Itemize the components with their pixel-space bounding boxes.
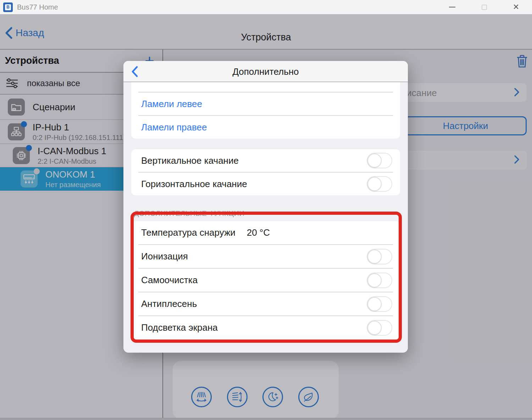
self-clean-row: Самоочистка: [131, 269, 400, 292]
anti-mold-row: Антиплесень: [131, 292, 400, 315]
functions-card: Температура снаружи 20 °C Ионизация Само…: [131, 221, 400, 339]
modal-title: Дополнительно: [123, 66, 408, 77]
close-icon: ✕: [513, 3, 519, 11]
modal-content: Ламели левее Ламели правее Вертикальное …: [123, 82, 408, 352]
modal-header: Дополнительно: [123, 61, 408, 82]
additional-settings-modal: Дополнительно Ламели левее Ламели правее…: [123, 61, 408, 353]
scrolled-row-stub: [131, 82, 400, 92]
functions-section-header: ДОПОЛНИТЕЛЬНЫЕ ФУНКЦИИ: [134, 209, 408, 218]
outside-temperature-value: 20 °C: [247, 227, 270, 238]
titlebar: B Bus77 Home ✕: [0, 0, 532, 14]
vertical-swing-toggle[interactable]: [367, 153, 392, 168]
self-clean-toggle[interactable]: [367, 273, 392, 288]
outside-temperature-row: Температура снаружи 20 °C: [131, 221, 400, 244]
toggle-knob: [367, 297, 382, 311]
app-title: Bus77 Home: [17, 3, 58, 11]
toggle-knob: [367, 153, 382, 168]
ionization-row: Ионизация: [131, 245, 400, 268]
horizontal-swing-row: Горизонтальное качание: [131, 173, 400, 195]
horizontal-swing-toggle[interactable]: [367, 176, 392, 192]
swing-toggles-card: Вертикальное качание Горизонтальное кача…: [131, 149, 400, 195]
toggle-knob: [367, 177, 382, 191]
app-logo-icon: B: [3, 2, 13, 12]
minimize-icon: [449, 7, 455, 7]
app-window: B Bus77 Home ✕ Назад Устройства Устройст…: [0, 0, 532, 420]
anti-mold-toggle[interactable]: [367, 296, 392, 312]
minimize-button[interactable]: [436, 0, 468, 14]
close-button[interactable]: ✕: [500, 0, 532, 14]
app-logo-letter: B: [5, 4, 11, 10]
toggle-knob: [367, 250, 382, 264]
screen-backlight-row: Подсветка экрана: [131, 316, 400, 339]
louver-links-card: Ламели левее Ламели правее: [131, 82, 400, 139]
ionization-toggle[interactable]: [367, 249, 392, 264]
toggle-knob: [367, 321, 382, 335]
toggle-knob: [367, 273, 382, 287]
louver-right-button[interactable]: Ламели правее: [131, 116, 400, 139]
maximize-button[interactable]: [468, 0, 500, 14]
screen-backlight-toggle[interactable]: [367, 320, 392, 336]
maximize-icon: [482, 5, 487, 10]
vertical-swing-row: Вертикальное качание: [131, 149, 400, 172]
louver-left-button[interactable]: Ламели левее: [131, 93, 400, 115]
